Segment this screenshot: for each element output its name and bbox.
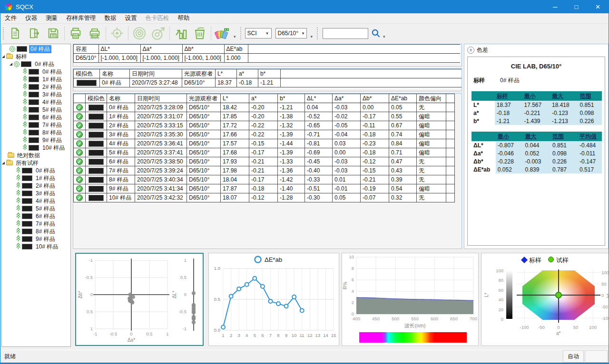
table-row[interactable]: 模拟色名称日期时间光源观察者L*a*b*ΔL*Δa*Δb*ΔE*ab颜色偏向 <box>74 94 455 103</box>
tree-item[interactable]: 1# 样品 <box>2 174 70 182</box>
column-header[interactable]: Δa* <box>333 94 361 103</box>
table-row[interactable]: ✓4# 样品2020/7/25 3:36:41D65/10°17.57-0.15… <box>74 139 455 148</box>
tree-item[interactable]: 4# 样品 <box>2 197 70 205</box>
illuminant-observer-select[interactable]: D65/10°▼ <box>275 28 307 38</box>
table-row[interactable]: 模拟色名称日期时间光源观察者L*a*b* <box>74 69 462 78</box>
calibration-button[interactable] <box>108 24 127 42</box>
tree-item[interactable]: 3# 样品 <box>2 91 70 98</box>
export-button[interactable] <box>25 24 44 42</box>
table-row[interactable]: ✓8# 样品2020/7/25 3:40:34D65/10°18.04-0.17… <box>74 175 455 184</box>
minimize-button[interactable]: ─ <box>544 0 566 13</box>
tree-item[interactable]: 10# 样品 <box>2 144 70 152</box>
search-icon[interactable] <box>371 28 381 38</box>
column-header[interactable]: 日期时间 <box>135 94 187 103</box>
svg-text:13: 13 <box>315 333 321 338</box>
statusbar: 就绪 自动 <box>0 350 609 364</box>
column-header[interactable]: 光源观察者 <box>187 94 221 103</box>
column-header[interactable]: 名称 <box>107 94 135 103</box>
table-row[interactable]: ✓6# 样品2020/7/25 3:38:50D65/10°17.93-0.21… <box>74 157 455 166</box>
export-word-button[interactable]: Word <box>85 24 104 42</box>
toolbar-grip[interactable] <box>239 26 242 40</box>
column-header[interactable]: ΔE*ab <box>389 94 417 103</box>
column-header[interactable]: a* <box>249 94 278 103</box>
a-axis-label: a* <box>556 331 560 336</box>
tree-item[interactable]: 8# 样品 <box>2 228 70 235</box>
menu-item[interactable]: 存样库管理 <box>62 13 100 24</box>
table-row[interactable]: ✓10# 样品2020/7/25 3:42:32D65/10°18.07-0.1… <box>74 193 455 202</box>
tree-item[interactable]: 7# 样品 <box>2 121 70 129</box>
sample-value: 4# 样品 <box>107 139 135 148</box>
tree-item[interactable]: 2# 样品 <box>2 83 70 91</box>
toolbar-overflow-icon[interactable]: ▾ <box>311 34 313 39</box>
tree-item[interactable]: 3# 样品 <box>2 190 70 197</box>
color-card-button[interactable] <box>213 24 232 42</box>
print-button[interactable] <box>66 24 85 42</box>
tree-item[interactable]: 9# 样品 <box>2 136 70 144</box>
menu-item[interactable]: 文件 <box>0 13 21 24</box>
measure-standard-button[interactable] <box>130 24 149 42</box>
sample-value: -0.07 <box>361 193 389 202</box>
table-row[interactable]: ✓0# 样品2020/7/25 3:28:09D65/10°18.42-0.20… <box>74 103 455 112</box>
chart-deltaE-panel[interactable]: 1234567891011121314150.00.51.0ΔE*ab <box>208 253 339 346</box>
tree-item[interactable]: 0# 样品 <box>2 167 70 174</box>
chart-scatter-panel[interactable]: -11-0.50.5000.5-0.51-1Δa*Δb*10.50-0.5-1Δ… <box>75 253 204 346</box>
tree-item[interactable]: 9# 样品 <box>2 235 70 243</box>
toolbar-overflow-icon[interactable]: ▾ <box>234 34 236 39</box>
tree-item[interactable]: 6# 样品 <box>2 212 70 220</box>
tree-item[interactable]: 0# 样品 <box>2 60 70 68</box>
table-row[interactable]: ✓7# 样品2020/7/25 3:39:24D65/10°17.98-0.21… <box>74 166 455 175</box>
toolbar-grip[interactable] <box>2 26 4 40</box>
menu-item[interactable]: 帮助 <box>174 13 194 24</box>
table-row[interactable]: ✓5# 样品2020/7/25 3:37:41D65/10°17.68-0.17… <box>74 148 455 157</box>
tree-item[interactable]: 绝对数据 <box>2 152 70 159</box>
new-document-button[interactable] <box>6 24 25 42</box>
table-row[interactable]: 容差ΔL*Δa*Δb*ΔE*ab <box>74 45 461 54</box>
tree-item[interactable]: 5# 样品 <box>2 205 70 212</box>
tree-item[interactable]: 0# 样品 <box>2 45 70 53</box>
tree-item[interactable]: 所有试样 <box>2 159 70 167</box>
column-header[interactable]: ΔL* <box>305 94 333 103</box>
measure-sample-button[interactable] <box>149 24 168 42</box>
tree-item[interactable]: 0# 样品 <box>2 68 70 76</box>
column-header[interactable]: b* <box>278 94 305 103</box>
close-button[interactable]: ✕ <box>587 0 609 13</box>
chart-lab-gamut[interactable]: 标样试样100806040200L*100500-50-100-100-5005… <box>481 253 609 346</box>
column-header[interactable]: Δb* <box>361 94 389 103</box>
search-input[interactable] <box>323 28 368 39</box>
table-row[interactable]: ✓1# 样品2020/7/25 3:31:07D65/10°17.85-0.20… <box>74 112 455 121</box>
statistics-button[interactable] <box>171 24 190 42</box>
table-row[interactable]: D65/10°[-1.000, 1.000][-1.000, 1.000][-1… <box>74 54 461 63</box>
column-header[interactable]: L* <box>221 94 249 103</box>
collapse-panel-icon[interactable]: ∧ <box>467 47 474 54</box>
tree-item[interactable]: 8# 样品 <box>2 129 70 136</box>
sample-value: -0.03 <box>333 103 361 112</box>
tree-item[interactable]: 1# 样品 <box>2 76 70 83</box>
sci-sce-select[interactable]: SCI▼ <box>245 28 272 38</box>
maximize-button[interactable]: □ <box>566 0 587 13</box>
menu-item[interactable]: 设置 <box>121 13 141 24</box>
tree-item[interactable]: 6# 样品 <box>2 114 70 121</box>
column-header[interactable]: 颜色偏向 <box>417 94 446 103</box>
column-header[interactable] <box>74 94 86 103</box>
table-row[interactable]: ✓3# 样品2020/7/25 3:35:30D65/10°17.66-0.22… <box>74 130 455 139</box>
table-row[interactable]: ✓9# 样品2020/7/25 3:41:34D65/10°17.87-0.18… <box>74 184 455 193</box>
delete-button[interactable] <box>190 24 209 42</box>
save-button[interactable] <box>44 24 63 42</box>
tree-item[interactable]: 2# 样品 <box>2 182 70 190</box>
tree-item[interactable]: 5# 样品 <box>2 106 70 114</box>
column-header[interactable]: 模拟色 <box>86 94 107 103</box>
toolbar-grip[interactable] <box>316 26 318 40</box>
chart-reflectance-panel[interactable]: 0246810400450500550600650700波长(nm)R% <box>342 253 479 346</box>
menu-item[interactable]: 数据 <box>100 13 121 24</box>
toolbar-overflow-icon[interactable]: ▾ <box>383 34 385 39</box>
tree-item[interactable]: 4# 样品 <box>2 98 70 106</box>
table-row[interactable]: 0# 样品2020/7/25 3:27:48D65/10°18.37-0.18-… <box>74 78 462 87</box>
color-swatch <box>21 61 31 67</box>
auto-mode-button[interactable]: 自动 <box>563 350 584 363</box>
menu-item[interactable]: 仪器 <box>21 13 41 24</box>
tree-item[interactable]: 7# 样品 <box>2 220 70 228</box>
menu-item[interactable]: 测量 <box>41 13 62 24</box>
tree-item[interactable]: 标样 <box>2 53 70 60</box>
tree-item[interactable]: 10# 样品 <box>2 243 70 250</box>
table-row[interactable]: ✓2# 样品2020/7/25 3:33:15D65/10°17.72-0.22… <box>74 121 455 130</box>
